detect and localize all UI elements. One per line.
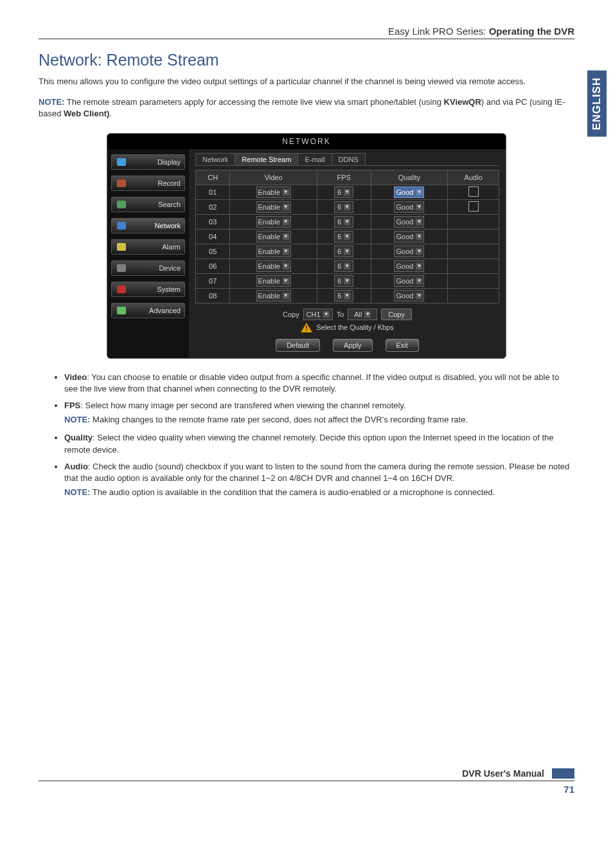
device-icon	[116, 264, 127, 273]
chevron-down-icon: ▼	[416, 293, 422, 299]
quality-select[interactable]: Good▼	[394, 290, 424, 302]
quality-select[interactable]: Good▼	[394, 186, 424, 198]
tab-e-mail[interactable]: E-mail	[298, 153, 332, 165]
bullet-fps: FPS: Select how many image per second ar…	[64, 400, 574, 426]
exit-button[interactable]: Exit	[386, 339, 419, 352]
sidebar-item-record[interactable]: Record	[111, 176, 185, 191]
dvr-sidebar: DisplayRecordSearchNetworkAlarmDeviceSys…	[107, 149, 189, 358]
copy-row: Copy CH1▼ To All▼ Copy	[195, 309, 499, 320]
chevron-down-icon: ▼	[344, 219, 350, 225]
sidebar-item-device[interactable]: Device	[111, 260, 185, 276]
sidebar-item-label: Network	[130, 222, 181, 230]
chevron-down-icon: ▼	[344, 293, 350, 299]
page-header: Easy Link PRO Series: Operating the DVR	[39, 26, 574, 39]
fps-select[interactable]: 6▼	[334, 290, 353, 302]
warning-row: Select the Quality / Kbps	[195, 323, 499, 332]
sidebar-item-display[interactable]: Display	[111, 154, 185, 170]
display-icon	[116, 158, 127, 167]
col-header: Audio	[448, 170, 499, 185]
apply-button[interactable]: Apply	[333, 339, 373, 352]
copy-button[interactable]: Copy	[381, 309, 412, 320]
quality-select[interactable]: Good▼	[394, 260, 424, 272]
svg-rect-4	[117, 243, 126, 251]
fps-select[interactable]: 6▼	[334, 246, 353, 257]
fps-select[interactable]: 6▼	[334, 216, 353, 228]
svg-rect-2	[117, 201, 126, 208]
svg-rect-6	[117, 285, 126, 293]
fps-select[interactable]: 6▼	[334, 260, 353, 272]
chevron-down-icon: ▼	[283, 189, 289, 195]
description-list: Video: You can choose to enable or disab…	[39, 372, 574, 499]
system-icon	[116, 285, 127, 294]
sidebar-item-network[interactable]: Network	[111, 218, 185, 233]
tab-network[interactable]: Network	[195, 153, 235, 165]
chevron-down-icon: ▼	[416, 233, 422, 240]
copy-from-select[interactable]: CH1▼	[303, 309, 333, 320]
chevron-down-icon: ▼	[283, 219, 289, 225]
quality-select[interactable]: Good▼	[394, 216, 424, 228]
chevron-down-icon: ▼	[283, 233, 289, 240]
video-select[interactable]: Enable▼	[256, 275, 291, 287]
quality-select[interactable]: Good▼	[394, 231, 424, 242]
sidebar-item-advanced[interactable]: Advanced	[111, 303, 185, 318]
table-row: 01Enable▼6▼Good▼	[196, 185, 499, 199]
audio-checkbox[interactable]	[468, 201, 479, 212]
record-icon	[116, 179, 127, 188]
search-icon	[116, 200, 127, 209]
chevron-down-icon: ▼	[344, 233, 350, 240]
video-select[interactable]: Enable▼	[256, 290, 291, 302]
dvr-window-title: NETWORK	[107, 134, 506, 149]
fps-select[interactable]: 6▼	[334, 275, 353, 287]
footer-text: DVR User's Manual	[462, 768, 544, 779]
table-row: 05Enable▼6▼Good▼	[196, 244, 499, 258]
intro-text: This menu allows you to configure the vi…	[39, 76, 574, 87]
copy-to-label: To	[337, 311, 344, 318]
col-header: FPS	[317, 170, 371, 185]
quality-select[interactable]: Good▼	[394, 275, 424, 287]
chevron-down-icon: ▼	[344, 248, 350, 255]
alarm-icon	[116, 242, 127, 251]
warning-text: Select the Quality / Kbps	[316, 323, 393, 331]
table-row: 07Enable▼6▼Good▼	[196, 273, 499, 288]
tab-remote-stream[interactable]: Remote Stream	[235, 153, 298, 165]
note-main: NOTE: The remote stream parameters apply…	[39, 96, 574, 120]
chevron-down-icon: ▼	[323, 311, 330, 318]
sidebar-item-label: Search	[130, 201, 181, 208]
chevron-down-icon: ▼	[416, 219, 422, 225]
video-select[interactable]: Enable▼	[256, 260, 291, 272]
sidebar-item-label: Record	[130, 179, 181, 187]
tab-ddns[interactable]: DDNS	[332, 153, 366, 165]
video-select[interactable]: Enable▼	[256, 246, 291, 257]
sidebar-item-label: Alarm	[130, 243, 181, 251]
chevron-down-icon: ▼	[344, 189, 350, 195]
advanced-icon	[116, 306, 127, 315]
copy-to-select[interactable]: All▼	[348, 309, 377, 320]
video-select[interactable]: Enable▼	[256, 216, 291, 228]
sidebar-item-system[interactable]: System	[111, 282, 185, 297]
video-select[interactable]: Enable▼	[256, 231, 291, 242]
default-button[interactable]: Default	[276, 339, 320, 352]
sidebar-item-alarm[interactable]: Alarm	[111, 239, 185, 255]
network-icon	[116, 221, 127, 230]
sidebar-item-label: System	[130, 285, 181, 293]
dvr-screenshot: NETWORK DisplayRecordSearchNetworkAlarmD…	[107, 133, 506, 359]
sidebar-item-search[interactable]: Search	[111, 197, 185, 212]
fps-select[interactable]: 6▼	[334, 186, 353, 198]
fps-select[interactable]: 6▼	[334, 201, 353, 213]
bullet-quality: Quality: Select the video quality when v…	[64, 432, 574, 455]
header-series: Easy Link PRO Series:	[388, 26, 486, 37]
sidebar-item-label: Display	[130, 158, 181, 166]
quality-select[interactable]: Good▼	[394, 201, 424, 213]
chevron-down-icon: ▼	[344, 278, 350, 284]
col-header: Quality	[371, 170, 448, 185]
quality-select[interactable]: Good▼	[394, 246, 424, 257]
fps-select[interactable]: 6▼	[334, 231, 353, 242]
chevron-down-icon: ▼	[416, 263, 422, 269]
col-header: CH	[196, 170, 230, 185]
chevron-down-icon: ▼	[283, 204, 289, 210]
language-tab: ENGLISH	[587, 71, 607, 137]
video-select[interactable]: Enable▼	[256, 201, 291, 213]
video-select[interactable]: Enable▼	[256, 186, 291, 198]
copy-label: Copy	[283, 311, 299, 318]
audio-checkbox[interactable]	[468, 186, 479, 197]
